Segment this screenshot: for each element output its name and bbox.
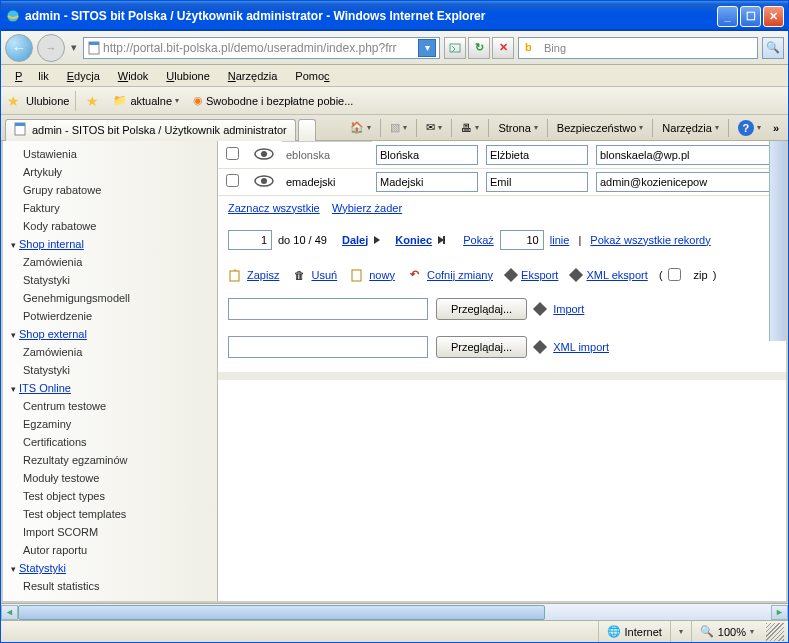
sidebar-item-kody-rabatowe[interactable]: Kody rabatowe [3,217,217,235]
forward-button[interactable]: → [37,34,65,62]
eye-icon[interactable] [254,147,274,161]
sidebar-item-modu-y-testowe[interactable]: Moduły testowe [3,469,217,487]
safety-menu[interactable]: Bezpieczeństwo ▾ [552,120,649,136]
new-link[interactable]: nowy [369,269,395,281]
export-link[interactable]: Eksport [521,269,558,281]
favorites-label[interactable]: Ulubione [26,95,69,107]
vertical-scrollbar[interactable] [769,141,786,341]
menu-favorites[interactable]: Ulubione [158,68,217,84]
menu-file[interactable]: Plik [7,68,57,84]
next-link[interactable]: Dalej [342,234,368,246]
select-all-link[interactable]: Zaznacz wszystkie [228,202,320,214]
sidebar-item-potwierdzenie[interactable]: Potwierdzenie [3,307,217,325]
scroll-left-button[interactable]: ◄ [1,605,18,620]
resize-grip[interactable] [766,623,784,641]
lastname-input[interactable] [376,145,478,165]
tools-menu[interactable]: Narzędzia ▾ [657,120,724,136]
email-input[interactable] [596,172,782,192]
show-link[interactable]: Pokaż [463,234,494,246]
minimize-button[interactable]: _ [717,6,738,27]
sidebar-item-import-scorm[interactable]: Import SCORM [3,523,217,541]
menu-view[interactable]: Widok [110,68,157,84]
xml-import-path-input[interactable] [228,336,428,358]
menu-tools[interactable]: Narzędzia [220,68,286,84]
horizontal-scrollbar[interactable]: ◄ ► [1,603,788,620]
search-button[interactable]: 🔍 [762,37,784,59]
xml-export-link[interactable]: XML eksport [586,269,647,281]
feeds-button[interactable]: ▧▾ [385,119,412,136]
sidebar-item-artyku-y[interactable]: Artykuły [3,163,217,181]
nav-history-dropdown[interactable]: ▾ [69,41,79,54]
sidebar-item-test-object-types[interactable]: Test object types [3,487,217,505]
stop-button[interactable]: ✕ [492,37,514,59]
fav-swobodne[interactable]: ◉ Swobodne i bezpłatne pobie... [189,92,357,109]
add-favorite-button[interactable]: ★ [82,91,103,111]
firstname-input[interactable] [486,145,588,165]
limit-input[interactable] [500,230,544,250]
fav-aktualne[interactable]: 📁 aktualne ▾ [109,92,183,109]
sidebar-item-shop-internal[interactable]: Shop internal [3,235,217,253]
sidebar-item-grupy-rabatowe[interactable]: Grupy rabatowe [3,181,217,199]
home-button[interactable]: 🏠▾ [345,119,376,136]
sidebar-item-egzaminy[interactable]: Egzaminy [3,415,217,433]
sidebar-item-statystyki[interactable]: Statystyki [3,361,217,379]
page-menu[interactable]: Strona ▾ [493,120,542,136]
menu-edit[interactable]: Edycja [59,68,108,84]
save-link[interactable]: Zapisz [247,269,279,281]
print-button[interactable]: 🖶▾ [456,120,484,136]
close-button[interactable]: ✕ [763,6,784,27]
scroll-right-button[interactable]: ► [771,605,788,620]
xml-import-link[interactable]: XML import [553,341,609,353]
page-input[interactable] [228,230,272,250]
sidebar-item-centrum-testowe[interactable]: Centrum testowe [3,397,217,415]
last-link[interactable]: Koniec [395,234,432,246]
url-input[interactable] [103,41,416,55]
sidebar-item-ustawienia[interactable]: Ustawienia [3,145,217,163]
scroll-thumb[interactable] [18,605,545,620]
select-none-link[interactable]: Wybierz żader [332,202,402,214]
search-bar[interactable]: b Bing [518,37,758,59]
compat-view-button[interactable] [444,37,466,59]
row-checkbox[interactable] [226,174,239,187]
sidebar-item-statystyki[interactable]: Statystyki [3,559,217,577]
lines-link[interactable]: linie [550,234,570,246]
maximize-button[interactable]: ☐ [740,6,761,27]
zoom-panel[interactable]: 🔍 100% ▾ [691,621,762,642]
back-button[interactable]: ← [5,34,33,62]
zip-checkbox[interactable] [668,268,681,281]
mail-button[interactable]: ✉▾ [421,119,447,136]
help-button[interactable]: ?▾ [733,118,766,138]
show-all-link[interactable]: Pokaż wszystkie rekordy [590,234,710,246]
menu-help[interactable]: Pomoc [287,68,337,84]
sidebar-item-genehmigungsmodell[interactable]: Genehmigungsmodell [3,289,217,307]
sidebar-item-zam-wienia[interactable]: Zamówienia [3,253,217,271]
firstname-input[interactable] [486,172,588,192]
sidebar-item-statystyki[interactable]: Statystyki [3,271,217,289]
overflow-button[interactable]: » [768,120,784,136]
url-dropdown[interactable]: ▾ [418,39,436,57]
protected-mode[interactable]: ▾ [670,621,691,642]
browse-button[interactable]: Przeglądaj... [436,298,527,320]
last-icon[interactable] [438,234,445,246]
import-path-input[interactable] [228,298,428,320]
email-input[interactable] [596,145,782,165]
sidebar-item-rezultaty-egzamin-w[interactable]: Rezultaty egzaminów [3,451,217,469]
sidebar-item-result-statistics[interactable]: Result statistics [3,577,217,595]
sidebar-item-autor-raportu[interactable]: Autor raportu [3,541,217,559]
refresh-button[interactable]: ↻ [468,37,490,59]
sidebar-item-zam-wienia[interactable]: Zamówienia [3,343,217,361]
lastname-input[interactable] [376,172,478,192]
sidebar-item-shop-external[interactable]: Shop external [3,325,217,343]
browse-button-2[interactable]: Przeglądaj... [436,336,527,358]
sidebar-item-faktury[interactable]: Faktury [3,199,217,217]
delete-link[interactable]: Usuń [311,269,337,281]
sidebar-item-its-online[interactable]: ITS Online [3,379,217,397]
import-link[interactable]: Import [553,303,584,315]
next-icon[interactable] [374,236,380,244]
row-checkbox[interactable] [226,147,239,160]
sidebar-item-certifications[interactable]: Certifications [3,433,217,451]
eye-icon[interactable] [254,174,274,188]
undo-link[interactable]: Cofnij zmiany [427,269,493,281]
sidebar-item-test-object-templates[interactable]: Test object templates [3,505,217,523]
tab-active[interactable]: admin - SITOS bit Polska / Użytkownik ad… [5,119,296,141]
